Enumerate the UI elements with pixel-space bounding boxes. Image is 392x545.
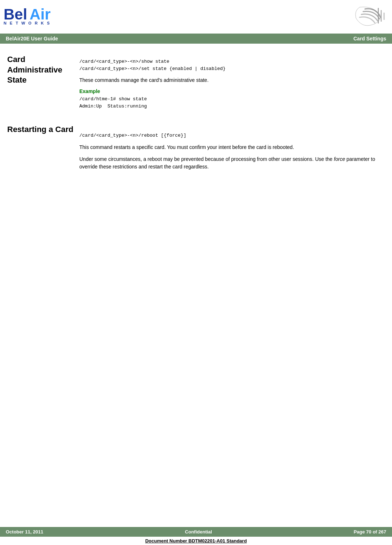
code-block-reboot: /card/<card_type>-<n>/reboot [{force}] [79,132,381,139]
brand-icon [352,4,385,29]
section-heading-card-admin: Card Administrative State [7,51,79,85]
svg-text:N E T W O R K S: N E T W O R K S [4,21,51,25]
footer-page-info: Page 70 of 267 [354,529,386,535]
para-restarting-2: Under some circumstances, a reboot may b… [79,155,381,171]
card-admin-content: /card/<card_type>-<n>/show state /card/<… [79,51,381,110]
title-left: BelAir20E User Guide [6,36,58,41]
para-restarting-1: This command restarts a specific card. Y… [79,144,381,151]
section-card-admin-state: Card Administrative State /card/<card_ty… [7,51,381,114]
example-code-block: /card/htme-1# show state Admin:Up Status… [79,96,381,110]
belair-logo: Bel Air N E T W O R K S [4,4,61,25]
restarting-content: /card/<card_type>-<n>/reboot [{force}] T… [79,121,381,171]
description-admin-state: These commands manage the card's adminis… [79,76,381,84]
logo-area: Bel Air N E T W O R K S [4,4,61,25]
section-restarting-card: Restarting a Card /card/<card_type>-<n>/… [7,121,381,175]
restarting-heading-col: Restarting a Card [7,121,79,175]
main-content: Card Administrative State /card/<card_ty… [0,44,392,182]
code-block-show-state: /card/<card_type>-<n>/show state /card/<… [79,58,381,72]
svg-text:Air: Air [30,6,50,23]
section-content-col: /card/<card_type>-<n>/show state /card/<… [79,51,381,114]
section-heading-col: Card Administrative State [7,51,79,114]
footer-document-number: Document Number BDTM02201-A01 Standard [0,537,392,545]
example-label: Example [79,88,381,94]
restarting-content-col: /card/<card_type>-<n>/reboot [{force}] T… [79,121,381,175]
page-header: Bel Air N E T W O R K S [0,0,392,34]
footer-confidential: Confidential [185,529,212,535]
para2-italic: force [334,156,345,162]
header-logo-right [352,4,385,30]
footer-date: October 11, 2011 [6,529,43,535]
title-bar: BelAir20E User Guide Card Settings [0,34,392,44]
svg-text:Bel: Bel [4,6,27,23]
para2-prefix: Under some circumstances, a reboot may b… [79,156,334,162]
title-right: Card Settings [353,36,386,41]
page-footer: October 11, 2011 Confidential Page 70 of… [0,527,392,545]
footer-bar: October 11, 2011 Confidential Page 70 of… [0,527,392,537]
section-heading-restarting: Restarting a Card [7,121,79,134]
